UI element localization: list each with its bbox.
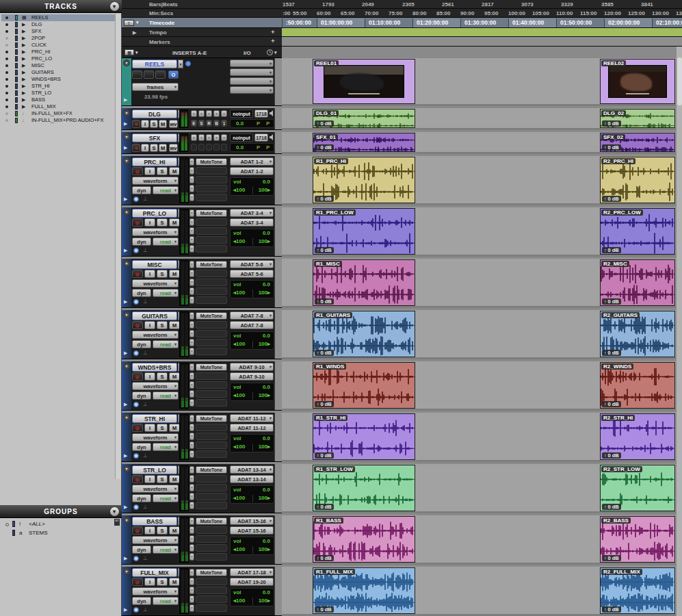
clip-r1_str_low[interactable]: R1_STR_LOW↑0 dB [313, 465, 415, 511]
pan-right-value[interactable]: 100▸ [259, 341, 270, 347]
insert-mini-button[interactable]: • [221, 134, 227, 141]
insert-bypass-button[interactable]: * [189, 484, 194, 491]
track-view-dropdown[interactable]: waveform▾ [132, 587, 179, 595]
track-name-box[interactable]: REELS [132, 60, 177, 68]
video-block-button[interactable] [132, 70, 142, 79]
insert-slot[interactable] [196, 372, 227, 380]
insert-bypass-button[interactable]: * [189, 526, 194, 534]
solo-button[interactable]: S [157, 475, 168, 483]
input-monitor-button[interactable]: I [144, 218, 155, 227]
timecode-segment[interactable]: :50:00:00 [282, 18, 317, 27]
insert-bypass-button[interactable]: * [189, 578, 194, 585]
track-name-caret[interactable]: ▾ [178, 60, 183, 68]
track-show-dot[interactable] [5, 71, 8, 74]
clip-gain-badge[interactable]: ↑0 dB [315, 196, 334, 202]
mute-button[interactable]: M [169, 321, 180, 329]
track-show-dot[interactable] [5, 78, 8, 81]
track-list-item-str_lo[interactable]: ▶STR_LO [1, 90, 116, 97]
pan-left-value[interactable]: ◂100 [233, 598, 245, 604]
record-enable-button[interactable] [132, 424, 143, 432]
clip-r1_full_mix[interactable]: R1_FULL_MIX↑0 dB [313, 567, 415, 614]
mute-button[interactable]: M [169, 475, 180, 483]
output-assign-box[interactable]: ADAT 5-6 [230, 270, 274, 278]
group-list-item-all[interactable]: !<ALL> [1, 520, 116, 528]
insert-bypass-button[interactable]: * [189, 348, 194, 355]
insert-mini-slot[interactable]: 1 [221, 120, 227, 127]
insert-mini-slot[interactable]: E [191, 120, 197, 127]
track-lane-str_hi[interactable]: R1_STR_HI↑0 dBR2_STR_HI↑0 dB [282, 413, 676, 462]
clip-gain-badge[interactable]: ↑0 dB [602, 144, 621, 151]
solo-button[interactable]: S [157, 578, 168, 586]
insert-bypass-button[interactable]: * [189, 595, 194, 603]
clip-gain-badge[interactable]: ↑0 dB [315, 350, 334, 356]
track-view-dropdown[interactable]: waveform▾ [132, 177, 179, 185]
playlist-arrow-icon[interactable]: ▶ [124, 196, 127, 202]
track-list-item-str_hi[interactable]: ▶STR_HI [1, 83, 116, 90]
output-assign-box[interactable]: ADAT 13-14 [230, 475, 274, 483]
clock-caret-icon[interactable]: ▾ [274, 50, 277, 55]
insert-slot[interactable] [196, 390, 227, 398]
clip-gain-badge[interactable]: ↑0 dB [315, 606, 334, 613]
record-enable-button[interactable] [132, 144, 140, 152]
track-show-dot[interactable] [5, 30, 8, 33]
output-assign-box[interactable]: ADAT 11-12 [230, 424, 274, 432]
insert-bypass-button[interactable]: * [189, 245, 194, 253]
clip-sfx_01[interactable]: SFX_01↑0 dB [313, 133, 415, 152]
solo-button[interactable]: S [157, 372, 168, 381]
track-lane-dlg[interactable]: DLG_01↑0 dBDLG_02↑0 dB [282, 108, 676, 130]
track-list-item-in-full_mix+prd audio+fx[interactable]: ↓IN-FULL_MIX+PRD AUDIO+FX [1, 117, 116, 124]
insert-mini-button[interactable]: • [198, 134, 205, 141]
record-enable-button[interactable] [132, 578, 143, 586]
insert-bypass-button[interactable]: * [189, 261, 194, 268]
automation-mode-dropdown[interactable]: read▾ [153, 238, 179, 246]
insert-bypass-button[interactable]: * [189, 339, 194, 346]
track-collapse-button[interactable]: ▾ [123, 60, 130, 66]
insert-slot-mutetone[interactable]: MuteTone [196, 466, 227, 474]
insert-mini-slot[interactable] [198, 144, 205, 151]
insert-slot[interactable] [196, 535, 227, 543]
record-enable-button[interactable] [132, 120, 140, 128]
playlist-arrow-icon[interactable]: ▶ [124, 350, 127, 356]
playlist-arrow-icon[interactable]: ▶ [124, 97, 127, 103]
insert-slot[interactable] [196, 578, 227, 585]
track-list-item-misc[interactable]: ▶MISC [1, 62, 116, 69]
track-lane-prc_hi[interactable]: R1_PRC_HI↑0 dBR2_PRC_HI↑0 dB [282, 156, 676, 205]
insert-slot-mutetone[interactable]: MuteTone [196, 363, 227, 371]
track-show-dot[interactable] [5, 105, 8, 108]
mute-button[interactable]: M [169, 424, 180, 432]
insert-mini-button[interactable]: • [213, 110, 220, 117]
track-show-dot[interactable] [5, 51, 8, 53]
track-show-dot[interactable] [5, 119, 8, 122]
record-enable-button[interactable] [132, 526, 143, 535]
clip-r2_guitars[interactable]: R2_GUITARS↑0 dB [600, 311, 675, 357]
waveform-view-mini-button[interactable]: wv [169, 120, 178, 128]
tempo-lane-strip[interactable] [282, 28, 682, 36]
insert-bypass-button[interactable]: * [189, 209, 194, 217]
ruler-timecode[interactable]: ≡ ▾ Timecode :50:00:0001:00:00:0001:10:0… [122, 18, 682, 28]
playlist-arrow-icon[interactable]: ▶ [124, 402, 127, 407]
insert-slot[interactable] [196, 270, 227, 277]
track-lane-full_mix[interactable]: R1_FULL_MIX↑0 dBR2_FULL_MIX↑0 dB [282, 567, 676, 616]
pan-left-value[interactable]: ◂100 [233, 187, 245, 193]
insert-slot[interactable] [196, 287, 227, 295]
track-view-dropdown[interactable]: waveform▾ [132, 228, 179, 236]
track-list-item-in-full_mix+fx[interactable]: ↓IN-FULL_MIX+FX [1, 110, 116, 117]
record-enable-button[interactable] [132, 167, 143, 175]
ruler-min-secs[interactable]: Min:Secs :0055:0060:0065:0070:0075:0080:… [122, 9, 682, 18]
clip-dlg_02[interactable]: DLG_02↑0 dB [600, 109, 675, 128]
insert-bypass-button[interactable]: * [189, 517, 194, 525]
insert-bypass-button[interactable]: * [189, 176, 194, 183]
insert-mini-slot[interactable] [191, 144, 197, 151]
ruler-tempo[interactable]: ▶ Tempo + [122, 28, 682, 37]
insert-slot[interactable] [196, 296, 227, 304]
insert-bypass-button[interactable]: * [189, 194, 194, 201]
insert-bypass-button[interactable]: * [189, 433, 194, 440]
pan-right-value[interactable]: 100▸ [259, 495, 270, 501]
clip-r2_prc_hi[interactable]: R2_PRC_HI↑0 dB [600, 157, 675, 203]
pan-left-value[interactable]: ◂100 [233, 341, 245, 347]
track-name-box[interactable]: MISC [132, 260, 177, 269]
insert-slot-mutetone[interactable]: MuteTone [196, 517, 227, 525]
track-collapse-button[interactable]: ▾ [123, 157, 130, 164]
insert-bypass-button[interactable]: * [189, 381, 194, 389]
timecode-segment[interactable]: 02:10:00:00 [652, 18, 682, 27]
